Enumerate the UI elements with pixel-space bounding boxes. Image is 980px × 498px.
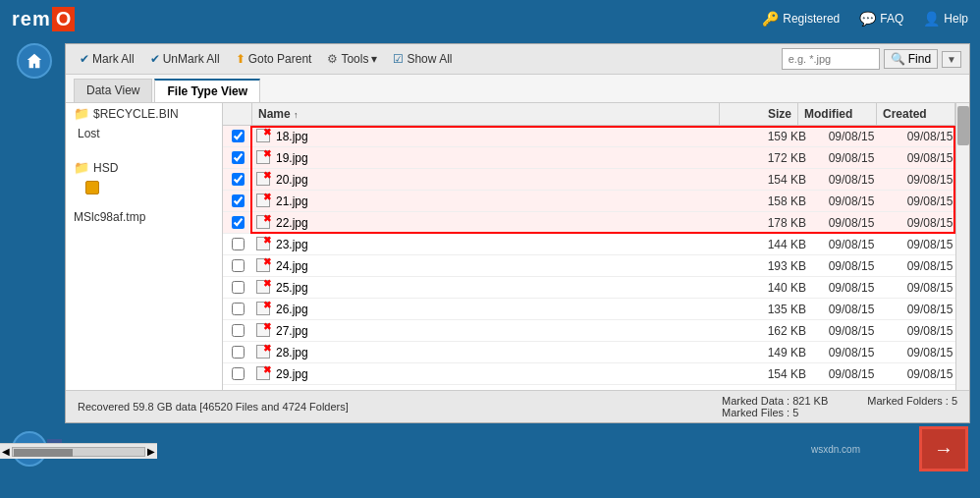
help-item[interactable]: 👤 Help: [923, 11, 968, 27]
top-bar: rem O 🔑 Registered 💬 FAQ 👤 Help: [0, 0, 980, 37]
folder-icon: 📁: [74, 106, 89, 121]
col-name[interactable]: Name ↑: [252, 103, 720, 125]
tabs: Data View File Type View: [66, 75, 969, 103]
file-modified: 09/08/15: [812, 344, 891, 361]
home-button[interactable]: [17, 43, 52, 79]
mark-all-button[interactable]: ✔ Mark All: [74, 50, 140, 68]
registered-label: Registered: [783, 12, 840, 26]
check-icon: ✔: [80, 52, 89, 66]
file-name-text: 27.jpg: [276, 324, 308, 338]
file-size: 159 KB: [734, 128, 812, 145]
file-checkbox[interactable]: [232, 238, 245, 250]
file-size: 144 KB: [734, 236, 812, 253]
find-button[interactable]: 🔍 Find: [884, 49, 938, 69]
goto-parent-button[interactable]: ⬆ Goto Parent: [230, 50, 318, 68]
tab-data-view[interactable]: Data View: [74, 79, 152, 102]
table-row: ✖24.jpg193 KB09/08/1509/08/15: [223, 255, 969, 277]
tree-item-file1[interactable]: [66, 178, 222, 197]
file-checkbox[interactable]: [232, 324, 245, 337]
find-label: Find: [908, 52, 931, 66]
file-name-text: 20.jpg: [276, 173, 308, 187]
file-checkbox[interactable]: [232, 367, 245, 380]
uncheck-icon: ✔: [150, 52, 160, 66]
logo-text: rem: [12, 8, 51, 30]
tree-separator: [66, 143, 222, 157]
file-checkbox[interactable]: [232, 173, 245, 186]
col-size[interactable]: Size: [720, 103, 798, 125]
tree-item-lost[interactable]: Lost: [66, 124, 222, 143]
vscroll-track[interactable]: [955, 103, 969, 390]
file-size: 154 KB: [734, 365, 812, 383]
toolbar: ✔ Mark All ✔ UnMark All ⬆ Goto Parent ⚙ …: [66, 44, 969, 75]
search-dropdown-arrow[interactable]: ▼: [942, 51, 961, 68]
file-size: 158 KB: [734, 193, 812, 210]
file-size: 162 KB: [734, 322, 812, 340]
table-row: ✖25.jpg140 KB09/08/1509/08/15: [223, 277, 969, 299]
table-row: ✖26.jpg135 KB09/08/1509/08/15: [223, 299, 969, 320]
checkbox-cell: [223, 367, 252, 380]
file-checkbox[interactable]: [232, 303, 245, 315]
checkbox-cell: [223, 216, 252, 229]
file-name-cell: ✖22.jpg: [252, 213, 734, 233]
registered-item[interactable]: 🔑 Registered: [762, 11, 840, 27]
home-icon: [26, 52, 43, 70]
unmark-all-button[interactable]: ✔ UnMark All: [144, 50, 226, 68]
file-checkbox[interactable]: [232, 216, 245, 229]
file-name-cell: ✖28.jpg: [252, 343, 734, 362]
tools-button[interactable]: ⚙ Tools ▾: [321, 50, 383, 68]
main-area: ✔ Mark All ✔ UnMark All ⬆ Goto Parent ⚙ …: [0, 37, 980, 429]
search-input[interactable]: [782, 48, 880, 70]
tree-item-tmp[interactable]: MSlc98af.tmp: [66, 207, 222, 227]
col-modified[interactable]: Modified: [798, 103, 877, 125]
tab-file-type-view[interactable]: File Type View: [154, 79, 260, 102]
faq-label: FAQ: [880, 12, 903, 26]
next-button[interactable]: →: [919, 426, 968, 471]
goto-parent-label: Goto Parent: [248, 52, 312, 66]
folder-icon: 📁: [74, 160, 89, 175]
checkbox-cell: [223, 238, 252, 250]
file-checkbox[interactable]: [232, 194, 245, 207]
file-modified: 09/08/15: [812, 322, 891, 340]
tools-dropdown-icon: ▾: [371, 52, 377, 66]
checkbox-cell: [223, 173, 252, 186]
tools-label: Tools: [341, 52, 368, 66]
faq-item[interactable]: 💬 FAQ: [859, 11, 903, 27]
file-checkbox[interactable]: [232, 281, 245, 294]
file-name-text: 28.jpg: [276, 346, 308, 360]
tree-item-recycle[interactable]: 📁 $RECYCLE.BIN: [66, 103, 222, 124]
file-type-icon: ✖: [256, 215, 272, 231]
checkbox-cell: [223, 324, 252, 337]
table-row: ✖29.jpg154 KB09/08/1509/08/15: [223, 363, 969, 385]
search-box: 🔍 Find ▼: [782, 48, 961, 70]
file-name-cell: ✖25.jpg: [252, 278, 734, 298]
checkbox-cell: [223, 346, 252, 359]
arrow-up-icon: ⬆: [236, 52, 245, 66]
checkbox-cell: [223, 281, 252, 294]
file-checkbox[interactable]: [232, 151, 245, 164]
file-checkbox[interactable]: [232, 130, 245, 142]
file-size: 178 KB: [734, 214, 812, 232]
status-main: Recovered 59.8 GB data [46520 Files and …: [78, 401, 682, 413]
file-name-cell: ✖20.jpg: [252, 170, 734, 190]
table-row: ✖23.jpg144 KB09/08/1509/08/15: [223, 234, 969, 255]
show-all-button[interactable]: ☑ Show All: [387, 50, 458, 68]
checkbox-cell: [223, 303, 252, 315]
checkbox-cell: [223, 151, 252, 164]
file-modified: 09/08/15: [812, 279, 891, 297]
file-checkbox[interactable]: [232, 346, 245, 359]
file-type-icon: ✖: [256, 280, 272, 296]
file-modified: 09/08/15: [812, 301, 891, 318]
top-nav: 🔑 Registered 💬 FAQ 👤 Help: [762, 11, 968, 27]
file-checkbox[interactable]: [232, 259, 245, 272]
tree-item-hsd[interactable]: 📁 HSD: [66, 157, 222, 178]
file-type-icon: ✖: [256, 237, 272, 252]
file-name-text: 26.jpg: [276, 303, 308, 316]
tree-panel: 📁 $RECYCLE.BIN Lost 📁 HSD MSlc98af.t: [66, 103, 223, 390]
file-modified: 09/08/15: [812, 149, 891, 167]
file-name-cell: ✖21.jpg: [252, 192, 734, 211]
vscroll-thumb[interactable]: [957, 106, 969, 145]
checkbox-cell: [223, 130, 252, 142]
col-checkbox: [223, 103, 252, 125]
content-panel: ✔ Mark All ✔ UnMark All ⬆ Goto Parent ⚙ …: [65, 43, 970, 423]
col-created[interactable]: Created: [877, 103, 955, 125]
